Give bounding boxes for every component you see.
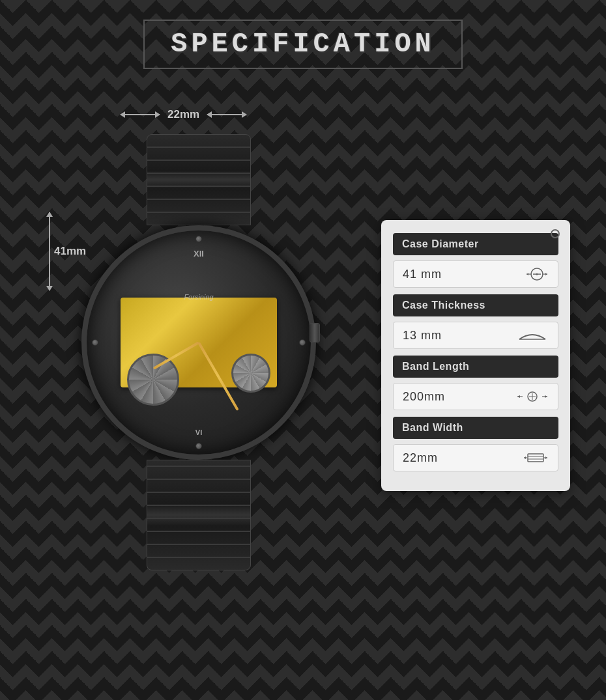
band-width-icon: [523, 450, 549, 466]
spec-title-box: SPECIFICATION: [143, 20, 463, 69]
band-width-label: 22mm: [167, 108, 199, 121]
arrow-left: [121, 114, 160, 115]
band-length-icon: [516, 389, 549, 404]
band-width-arrow: 22mm: [121, 108, 246, 121]
case-thickness-value-row: 13 mm: [393, 322, 558, 349]
band-length-value-row: 200mm: [393, 383, 558, 410]
band-width-value-row: 22mm: [393, 444, 558, 471]
watch-diagram: 22mm 41mm: [36, 82, 362, 603]
case-diameter-icon: [525, 266, 549, 282]
case-diameter-label-card: Case Diameter: [393, 233, 558, 255]
page-title: SPECIFICATION: [171, 29, 435, 60]
watch-interior: XII VI Forsining: [87, 231, 311, 455]
watch-case: XII VI Forsining: [81, 225, 316, 460]
svg-marker-9: [517, 395, 520, 398]
screw-bottom: [195, 443, 202, 449]
watch-crown: [310, 323, 320, 343]
svg-rect-15: [528, 454, 543, 462]
watch-image: XII VI Forsining: [68, 134, 329, 577]
svg-marker-6: [545, 273, 547, 275]
roman-numeral-xii: XII: [194, 249, 204, 259]
band-width-value: 22mm: [403, 451, 438, 465]
case-diameter-arrow: [49, 212, 50, 290]
case-diameter-value-row: 41 mm: [393, 260, 558, 288]
card-dot-icon: [551, 229, 560, 238]
v-arrow-line: [49, 212, 50, 290]
watch-band-top: [147, 134, 251, 225]
band-width-annotation: 22mm: [121, 108, 246, 121]
main-content: 22mm 41mm: [0, 82, 606, 603]
screw-left: [92, 339, 98, 346]
band-length-label-card: Band Length: [393, 356, 558, 378]
screw-top: [195, 236, 202, 242]
band-links-top: [147, 135, 250, 225]
svg-marker-21: [545, 456, 547, 459]
band-length-value: 200mm: [403, 390, 445, 404]
svg-marker-14: [545, 395, 547, 398]
case-thickness-icon: [516, 328, 549, 343]
svg-point-2: [536, 273, 538, 275]
case-thickness-label-card: Case Thickness: [393, 294, 558, 316]
band-links-bottom: [147, 460, 250, 570]
band-width-label-card: Band Width: [393, 417, 558, 439]
spec-card: Case Diameter 41 mm: [381, 220, 570, 491]
spec-header: SPECIFICATION: [0, 0, 606, 69]
screw-right: [299, 339, 306, 346]
case-diameter-value: 41 mm: [403, 268, 442, 281]
gear-right: [231, 354, 270, 393]
case-thickness-value: 13 mm: [403, 329, 442, 343]
watch-band-bottom: [147, 460, 251, 570]
roman-numeral-vi: VI: [195, 428, 202, 436]
arrow-right: [207, 114, 246, 115]
svg-marker-4: [527, 273, 528, 275]
svg-marker-19: [524, 456, 526, 459]
gear-left: [127, 354, 179, 406]
brand-name: Forsining: [184, 293, 213, 301]
